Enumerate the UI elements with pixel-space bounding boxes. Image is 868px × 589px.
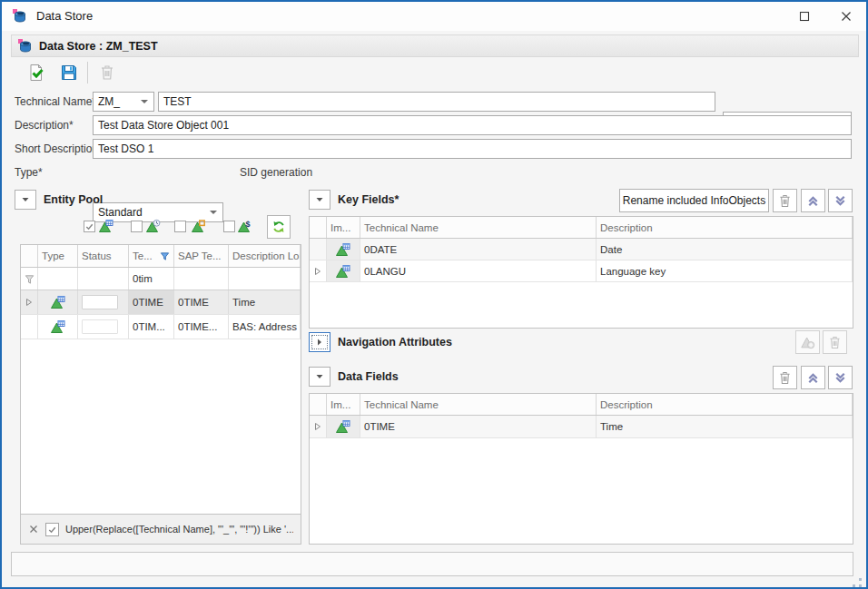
short-description-input[interactable]: Test DSO 1 — [93, 139, 852, 159]
expand-icon — [315, 338, 324, 347]
save-button[interactable] — [56, 60, 82, 85]
technical-name-cell[interactable]: 0TIME — [360, 416, 597, 437]
key-fields-table: Im... Technical Name Description 0DATE D… — [309, 216, 853, 329]
unit-icon — [192, 219, 206, 233]
characteristic-icon — [336, 264, 350, 279]
save-icon — [60, 64, 78, 82]
trash-icon — [827, 335, 843, 350]
entity-col-status[interactable]: Status — [78, 245, 129, 267]
data-fields-move-up-button[interactable] — [801, 366, 825, 389]
add-navigation-attribute-button[interactable] — [795, 330, 820, 354]
navigation-attributes-delete-button[interactable] — [823, 330, 847, 354]
table-row[interactable]: 0TIME 0TIME Time — [21, 290, 301, 315]
technical-name-input[interactable]: TEST — [158, 92, 715, 112]
entity-col-sap-technical-name[interactable]: SAP Te... — [174, 245, 229, 267]
refresh-button[interactable] — [267, 215, 291, 239]
technical-name-cell[interactable]: 0TIM... — [129, 315, 174, 339]
sap-technical-name-cell: 0TIME... — [174, 315, 229, 339]
data-fields-delete-button[interactable] — [773, 366, 797, 389]
data-fields-move-down-button[interactable] — [828, 366, 853, 389]
characteristic-icon — [99, 219, 113, 233]
key-col-technical-name[interactable]: Technical Name — [360, 217, 597, 238]
check-icon — [47, 525, 57, 535]
filter-enabled-checkbox[interactable] — [45, 523, 59, 536]
rename-infoobjects-button[interactable]: Rename included InfoObjects — [619, 189, 769, 212]
description-cell: Time — [597, 416, 853, 437]
close-button[interactable] — [826, 2, 866, 30]
status-cell — [78, 290, 129, 314]
status-message-box — [11, 552, 853, 576]
short-description-value: Test DSO 1 — [98, 142, 153, 155]
short-description-label: Short Description — [15, 139, 98, 159]
key-col-description[interactable]: Description — [597, 217, 853, 238]
description-long-cell: BAS: Address Time ... — [229, 315, 301, 339]
datastore-icon — [18, 39, 33, 54]
entity-pool-collapse-button[interactable] — [15, 190, 36, 210]
filter-sap-cell[interactable] — [174, 268, 229, 290]
entity-col-type[interactable]: Type — [38, 245, 78, 267]
key-fields-delete-button[interactable] — [773, 189, 797, 212]
entity-pool-filter-row[interactable]: 0tim — [21, 268, 301, 290]
description-input[interactable]: Test Data Store Object 001 — [93, 115, 852, 135]
data-fields-collapse-button[interactable] — [309, 367, 330, 387]
time-characteristic-filter-checkbox[interactable] — [131, 221, 143, 232]
resize-grip-icon[interactable] — [852, 577, 863, 588]
refresh-icon — [271, 220, 286, 234]
entity-col-description-long[interactable]: Description Long — [229, 245, 301, 267]
maximize-button[interactable] — [784, 2, 824, 30]
filter-description-cell[interactable] — [229, 268, 301, 290]
navigation-attributes-expand-button[interactable] — [309, 332, 330, 352]
delete-button[interactable] — [94, 60, 120, 85]
table-row[interactable]: 0TIM... 0TIME... BAS: Address Time ... — [21, 315, 301, 339]
data-col-image[interactable]: Im... — [327, 394, 360, 415]
collapse-icon — [315, 195, 324, 204]
key-fields-move-up-button[interactable] — [801, 189, 825, 212]
datastore-icon — [13, 9, 27, 24]
characteristic-icon — [51, 295, 65, 309]
svg-text:$: $ — [246, 220, 251, 229]
technical-name-prefix-combo[interactable]: ZM_ — [93, 92, 154, 112]
filter-technical-name-cell[interactable]: 0tim — [129, 268, 174, 290]
activate-button[interactable] — [24, 60, 49, 85]
table-row[interactable]: 0DATE Date — [310, 239, 853, 260]
key-fields-move-down-button[interactable] — [828, 189, 853, 212]
technical-name-cell[interactable]: 0LANGU — [360, 260, 597, 281]
type-cell — [38, 315, 78, 339]
entity-pool-table: Type Status Te... SAP Te... Description … — [20, 244, 301, 515]
table-row[interactable]: 0TIME Time — [310, 416, 853, 438]
technical-name-value: TEST — [163, 95, 192, 108]
status-progress-box — [82, 319, 118, 334]
type-label: Type* — [15, 162, 43, 182]
characteristic-filter-checkbox[interactable] — [84, 221, 95, 232]
data-col-description[interactable]: Description — [597, 394, 853, 415]
object-header-title: Data Store : ZM_TEST — [39, 40, 158, 53]
filter-type-cell[interactable] — [38, 268, 78, 290]
row-indicator — [310, 260, 327, 281]
type-cell — [38, 290, 78, 314]
technical-name-cell[interactable]: 0DATE — [360, 239, 597, 260]
window-title: Data Store — [36, 2, 93, 31]
activate-icon — [27, 64, 45, 82]
unit-filter-checkbox[interactable] — [174, 221, 186, 232]
key-fields-collapse-button[interactable] — [309, 190, 330, 210]
data-fields-header-row: Im... Technical Name Description — [310, 394, 853, 416]
key-fields-header-row: Im... Technical Name Description — [310, 217, 853, 239]
characteristic-icon — [336, 242, 350, 257]
data-col-technical-name[interactable]: Technical Name — [360, 394, 597, 415]
technical-name-cell[interactable]: 0TIME — [129, 290, 174, 314]
description-label: Description* — [15, 115, 74, 135]
entity-col-technical-name[interactable]: Te... — [129, 245, 174, 267]
type-value: Standard — [98, 206, 143, 219]
trash-icon — [777, 370, 793, 386]
collapse-icon — [315, 372, 324, 381]
clear-filter-icon[interactable] — [28, 524, 39, 535]
entity-col-technical-name-label: Te... — [133, 250, 153, 261]
key-col-image[interactable]: Im... — [327, 217, 360, 238]
filter-status-cell[interactable] — [78, 268, 129, 290]
table-row[interactable]: 0LANGU Language key — [310, 260, 853, 282]
titlebar[interactable]: Data Store — [2, 2, 866, 31]
filter-expression[interactable]: Upper(Replace([Technical Name], "'_'", "… — [65, 524, 293, 535]
row-indicator — [310, 416, 327, 437]
key-figure-filter-checkbox[interactable] — [223, 221, 235, 232]
entity-col-indicator — [21, 245, 38, 267]
